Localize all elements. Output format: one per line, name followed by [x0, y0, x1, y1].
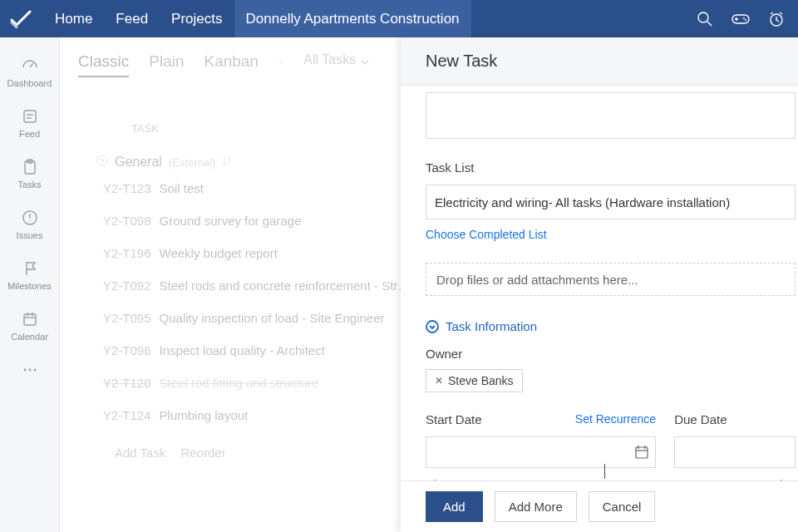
gamepad-icon[interactable] — [732, 12, 750, 27]
sidebar-label: Feed — [19, 129, 40, 139]
milestone-icon — [22, 260, 38, 277]
app-logo-icon[interactable] — [10, 10, 32, 28]
sidebar-item-dashboard[interactable]: Dashboard — [0, 49, 59, 100]
topnav: Home Feed Projects Donnelly Apartments C… — [43, 0, 471, 37]
nav-home[interactable]: Home — [43, 0, 104, 37]
left-sidebar: Dashboard Feed Tasks Issues Milestones C… — [0, 37, 60, 532]
add-more-button[interactable]: Add More — [495, 491, 577, 522]
text-caret — [604, 464, 605, 479]
sidebar-item-tasks[interactable]: Tasks — [0, 150, 59, 201]
sidebar-label: Calendar — [11, 332, 48, 342]
set-recurrence-link[interactable]: Set Recurrence — [575, 412, 656, 426]
nav-project-active[interactable]: Donnelly Apartments Construction — [234, 0, 471, 37]
due-date-label: Due Date — [674, 412, 796, 426]
svg-point-23 — [33, 369, 36, 372]
more-icon — [22, 362, 38, 378]
svg-point-25 — [426, 321, 438, 332]
nav-projects[interactable]: Projects — [160, 0, 234, 37]
choose-completed-link[interactable]: Choose Completed List — [426, 228, 798, 241]
sidebar-item-issues[interactable]: Issues — [0, 201, 59, 252]
dashboard-icon — [22, 57, 38, 74]
sidebar-item-milestones[interactable]: Milestones — [0, 252, 59, 303]
svg-point-21 — [23, 369, 26, 372]
start-date-input[interactable] — [426, 436, 656, 468]
svg-point-0 — [698, 12, 708, 22]
svg-line-1 — [707, 22, 712, 26]
calendar-icon — [22, 311, 38, 328]
tasklist-label: Task List — [426, 160, 798, 175]
task-info-header[interactable]: Task Information — [426, 319, 798, 333]
remove-owner-icon[interactable]: ✕ — [435, 375, 443, 387]
panel-footer: Add Add More Cancel — [401, 480, 798, 532]
owner-label: Owner — [426, 347, 798, 361]
chevron-down-icon — [426, 320, 439, 333]
sidebar-label: Dashboard — [7, 78, 52, 88]
due-date-input[interactable] — [674, 436, 796, 468]
sidebar-item-feed[interactable]: Feed — [0, 100, 59, 150]
svg-rect-17 — [24, 314, 36, 325]
svg-line-8 — [30, 63, 33, 67]
sidebar-label: Issues — [17, 230, 43, 240]
cancel-button[interactable]: Cancel — [589, 491, 656, 522]
sidebar-item-more[interactable] — [0, 353, 59, 394]
task-description-input[interactable] — [426, 92, 796, 139]
new-task-panel: New Task Task List Electricity and wirin… — [401, 37, 798, 532]
svg-point-6 — [745, 19, 746, 21]
tasklist-select[interactable]: Electricity and wiring- All tasks (Hardw… — [426, 185, 796, 219]
add-button[interactable]: Add — [426, 491, 483, 522]
svg-point-16 — [29, 220, 31, 222]
nav-feed[interactable]: Feed — [104, 0, 160, 37]
svg-point-5 — [743, 17, 745, 19]
sidebar-label: Tasks — [17, 180, 41, 190]
topbar: Home Feed Projects Donnelly Apartments C… — [0, 0, 798, 37]
search-icon[interactable] — [697, 11, 713, 27]
panel-title: New Task — [401, 37, 798, 86]
sidebar-item-calendar[interactable]: Calendar — [0, 303, 59, 353]
sidebar-label: Milestones — [7, 281, 52, 291]
alarm-icon[interactable] — [768, 11, 785, 27]
svg-point-22 — [28, 369, 31, 372]
svg-rect-9 — [24, 111, 36, 122]
tasks-icon — [22, 159, 38, 175]
attachment-dropzone[interactable]: Drop files or add attachments here... — [426, 263, 796, 296]
svg-rect-26 — [636, 447, 648, 458]
owner-chip[interactable]: ✕Steve Banks — [426, 369, 523, 392]
issues-icon — [22, 209, 38, 226]
feed-icon — [22, 108, 38, 125]
calendar-picker-icon[interactable] — [635, 446, 648, 459]
